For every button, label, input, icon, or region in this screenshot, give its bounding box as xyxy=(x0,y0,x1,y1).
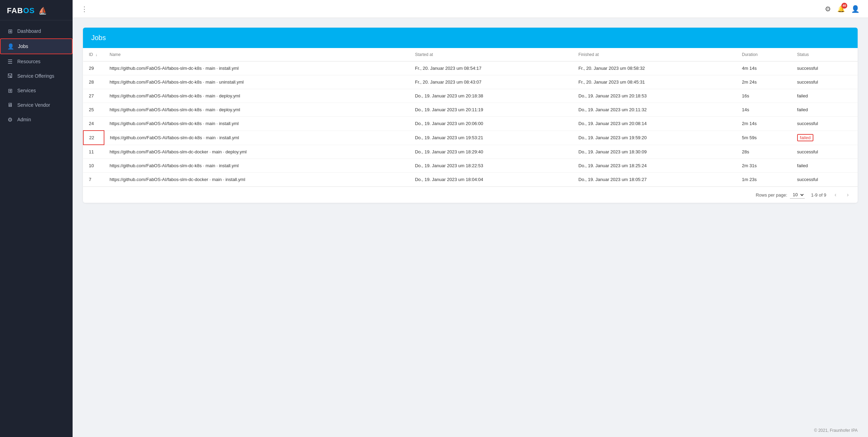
sidebar-item-service-offerings[interactable]: 🖫 Service Offerings xyxy=(0,69,73,83)
sidebar: FABOS ⛵ ⊞ Dashboard 👤 Jobs ☰ Resources 🖫… xyxy=(0,0,73,437)
cell-finished-at: Do., 19. Januar 2023 um 20:18:53 xyxy=(573,89,736,103)
cell-name[interactable]: https://github.com/FabOS-AI/fabos-slm-dc… xyxy=(104,145,409,159)
sidebar-item-jobs[interactable]: 👤 Jobs xyxy=(0,38,73,54)
cell-status: successful xyxy=(792,145,858,159)
table-header-row: ID ↓ Name Started at Finished at xyxy=(83,48,858,61)
topbar-right: ⚙ 🔔 40 👤 xyxy=(825,5,860,13)
cell-started-at: Do., 19. Januar 2023 um 19:53:21 xyxy=(409,131,573,145)
cell-finished-at: Do., 19. Januar 2023 um 19:59:20 xyxy=(573,131,736,145)
cell-duration: 14s xyxy=(736,103,792,117)
cell-id: 27 xyxy=(83,89,104,103)
cell-name[interactable]: https://github.com/FabOS-AI/fabos-slm-dc… xyxy=(104,89,409,103)
cell-duration: 4m 14s xyxy=(736,61,792,75)
col-header-duration: Duration xyxy=(736,48,792,61)
cell-status: successful xyxy=(792,61,858,75)
cell-duration: 2m 14s xyxy=(736,117,792,131)
cell-duration: 28s xyxy=(736,145,792,159)
col-header-name: Name xyxy=(104,48,409,61)
table-row[interactable]: 28https://github.com/FabOS-AI/fabos-slm-… xyxy=(83,75,858,89)
user-profile-button[interactable]: 👤 xyxy=(851,5,860,13)
cell-duration: 1m 23s xyxy=(736,173,792,187)
cell-name[interactable]: https://github.com/FabOS-AI/fabos-slm-dc… xyxy=(104,75,409,89)
status-badge: failed xyxy=(797,134,813,141)
cell-id: 25 xyxy=(83,103,104,117)
cell-duration: 2m 24s xyxy=(736,75,792,89)
cell-status: failed xyxy=(792,131,858,145)
cell-status: failed xyxy=(792,89,858,103)
cell-started-at: Fr., 20. Januar 2023 um 08:43:07 xyxy=(409,75,573,89)
cell-started-at: Do., 19. Januar 2023 um 18:04:04 xyxy=(409,173,573,187)
cell-id: 22 xyxy=(83,131,104,145)
sidebar-item-label: Admin xyxy=(17,117,31,122)
service-vendor-icon: 🖥 xyxy=(7,102,13,108)
logo-text: FABOS xyxy=(7,6,35,15)
cell-name[interactable]: https://github.com/FabOS-AI/fabos-slm-dc… xyxy=(104,103,409,117)
page-footer: © 2021, Fraunhofer IPA xyxy=(73,424,868,437)
rows-per-page-select[interactable]: 10 25 50 xyxy=(790,191,805,199)
cell-name[interactable]: https://github.com/FabOS-AI/fabos-slm-dc… xyxy=(104,131,409,145)
logo-os: OS xyxy=(23,6,35,15)
cell-duration: 5m 59s xyxy=(736,131,792,145)
table-row[interactable]: 22https://github.com/FabOS-AI/fabos-slm-… xyxy=(83,131,858,145)
jobs-table: ID ↓ Name Started at Finished at xyxy=(83,48,858,187)
cell-started-at: Fr., 20. Januar 2023 um 08:54:17 xyxy=(409,61,573,75)
sidebar-nav: ⊞ Dashboard 👤 Jobs ☰ Resources 🖫 Service… xyxy=(0,20,73,437)
logo-fab: FAB xyxy=(7,6,23,15)
dashboard-icon: ⊞ xyxy=(7,28,13,34)
cell-finished-at: Do., 19. Januar 2023 um 18:05:27 xyxy=(573,173,736,187)
table-row[interactable]: 27https://github.com/FabOS-AI/fabos-slm-… xyxy=(83,89,858,103)
col-header-status: Status xyxy=(792,48,858,61)
sidebar-item-admin[interactable]: ⚙ Admin xyxy=(0,112,73,127)
cell-started-at: Do., 19. Januar 2023 um 20:11:19 xyxy=(409,103,573,117)
cell-name[interactable]: https://github.com/FabOS-AI/fabos-slm-dc… xyxy=(104,117,409,131)
table-row[interactable]: 11https://github.com/FabOS-AI/fabos-slm-… xyxy=(83,145,858,159)
notification-badge: 40 xyxy=(841,3,847,9)
cell-duration: 2m 31s xyxy=(736,159,792,173)
cell-status: failed xyxy=(792,103,858,117)
cell-name[interactable]: https://github.com/FabOS-AI/fabos-slm-dc… xyxy=(104,159,409,173)
settings-button[interactable]: ⚙ xyxy=(825,5,831,13)
table-row[interactable]: 25https://github.com/FabOS-AI/fabos-slm-… xyxy=(83,103,858,117)
table-row[interactable]: 24https://github.com/FabOS-AI/fabos-slm-… xyxy=(83,117,858,131)
table-row[interactable]: 29https://github.com/FabOS-AI/fabos-slm-… xyxy=(83,61,858,75)
sidebar-item-label: Resources xyxy=(17,59,40,64)
cell-finished-at: Do., 19. Januar 2023 um 18:30:09 xyxy=(573,145,736,159)
sort-desc-icon: ↓ xyxy=(95,53,97,57)
rows-per-page-control: Rows per page: 10 25 50 xyxy=(756,191,805,199)
sidebar-item-resources[interactable]: ☰ Resources xyxy=(0,54,73,69)
table-row[interactable]: 10https://github.com/FabOS-AI/fabos-slm-… xyxy=(83,159,858,173)
cell-name[interactable]: https://github.com/FabOS-AI/fabos-slm-dc… xyxy=(104,61,409,75)
col-id-label: ID xyxy=(89,52,93,57)
sidebar-item-dashboard[interactable]: ⊞ Dashboard xyxy=(0,24,73,38)
cell-finished-at: Fr., 20. Januar 2023 um 08:58:32 xyxy=(573,61,736,75)
cell-duration: 16s xyxy=(736,89,792,103)
cell-name[interactable]: https://github.com/FabOS-AI/fabos-slm-dc… xyxy=(104,173,409,187)
cell-finished-at: Do., 19. Januar 2023 um 20:08:14 xyxy=(573,117,736,131)
service-offerings-icon: 🖫 xyxy=(7,73,13,79)
menu-dots-button[interactable]: ⋮ xyxy=(81,5,88,13)
topbar-left: ⋮ xyxy=(81,5,88,13)
sidebar-item-label: Service Offerings xyxy=(17,73,54,79)
sidebar-item-service-vendor[interactable]: 🖥 Service Vendor xyxy=(0,98,73,112)
sidebar-item-services[interactable]: ⊞ Services xyxy=(0,83,73,98)
cell-status: successful xyxy=(792,117,858,131)
next-page-button[interactable]: › xyxy=(845,191,851,199)
pagination-range: 1-9 of 9 xyxy=(811,192,826,198)
sidebar-item-label: Services xyxy=(17,88,36,93)
cell-status: failed xyxy=(792,159,858,173)
cell-started-at: Do., 19. Januar 2023 um 20:06:00 xyxy=(409,117,573,131)
col-header-started-at: Started at xyxy=(409,48,573,61)
copyright-text: © 2021, Fraunhofer IPA xyxy=(814,428,858,433)
jobs-header: Jobs xyxy=(83,28,858,48)
page-title: Jobs xyxy=(91,34,106,41)
prev-page-button[interactable]: ‹ xyxy=(832,191,838,199)
cell-started-at: Do., 19. Januar 2023 um 20:18:38 xyxy=(409,89,573,103)
cell-status: successful xyxy=(792,173,858,187)
cell-finished-at: Do., 19. Januar 2023 um 18:25:24 xyxy=(573,159,736,173)
col-header-id[interactable]: ID ↓ xyxy=(83,48,104,61)
cell-id: 10 xyxy=(83,159,104,173)
sidebar-item-label: Dashboard xyxy=(17,28,41,34)
cell-id: 29 xyxy=(83,61,104,75)
table-row[interactable]: 7https://github.com/FabOS-AI/fabos-slm-d… xyxy=(83,173,858,187)
notifications-button[interactable]: 🔔 40 xyxy=(837,5,845,13)
